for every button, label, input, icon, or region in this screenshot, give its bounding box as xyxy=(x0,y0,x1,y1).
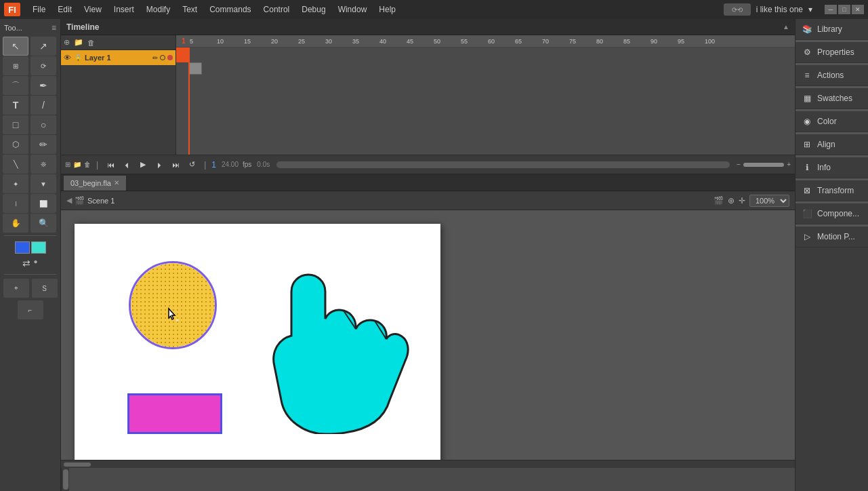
new-layer-icon[interactable]: ⊕ xyxy=(64,38,70,47)
h-scroll-thumb[interactable] xyxy=(64,463,91,467)
timeline-zoom-slider[interactable] xyxy=(743,163,784,167)
panel-components[interactable]: ⬛ Compone... xyxy=(795,203,868,224)
tool-deco[interactable]: ❊ xyxy=(30,155,56,174)
tool-rect[interactable]: □ xyxy=(3,115,28,134)
tool-select[interactable]: ↖ xyxy=(3,37,28,56)
tool-eyedropper[interactable]: ⁞ xyxy=(3,194,28,213)
tool-text[interactable]: T xyxy=(3,96,28,115)
swap-colors-icon[interactable]: ⇄ xyxy=(22,258,30,269)
menu-file[interactable]: File xyxy=(27,3,51,16)
tool-hand[interactable]: ✋ xyxy=(3,214,28,233)
default-colors-icon[interactable]: ● xyxy=(33,258,37,269)
tool-extra[interactable]: ⌐ xyxy=(18,300,43,319)
menu-commands[interactable]: Commands xyxy=(204,3,256,16)
tool-gradient-transform[interactable]: ⟳ xyxy=(30,56,56,75)
menu-text[interactable]: Text xyxy=(177,3,203,16)
tool-zoom[interactable]: 🔍 xyxy=(30,214,56,233)
tool-polygon[interactable]: ⬡ xyxy=(3,135,28,154)
properties-label: Properties xyxy=(817,47,854,57)
playhead-marker[interactable] xyxy=(176,47,188,62)
tool-pencil[interactable]: ✏ xyxy=(30,135,56,154)
go-end-button[interactable]: ⏭ xyxy=(169,159,182,171)
panel-properties[interactable]: ⚙ Properties xyxy=(795,42,868,63)
stage-tool-icon-3[interactable]: ✛ xyxy=(739,196,745,205)
v-scroll-thumb[interactable] xyxy=(63,469,68,490)
toolbar-menu-icon[interactable]: ≡ xyxy=(51,23,56,33)
menu-insert[interactable]: Insert xyxy=(108,3,140,16)
frame-1-cell[interactable] xyxy=(188,62,202,75)
frames-body[interactable] xyxy=(176,47,795,155)
tool-paint-bucket[interactable]: ▼ xyxy=(30,174,56,193)
canvas-container[interactable]: ⊕ xyxy=(61,210,795,460)
menu-modify[interactable]: Modify xyxy=(141,3,175,16)
tool-free-transform[interactable]: ⊞ xyxy=(3,56,28,75)
menu-control[interactable]: Control xyxy=(258,3,295,16)
frames-area[interactable]: 1 5 10 15 20 25 30 35 40 45 50 55 60 65 xyxy=(176,35,795,155)
workspace-arrow-icon[interactable]: ▾ xyxy=(808,5,812,14)
layer-lock-icon[interactable]: 🔒 xyxy=(74,54,82,62)
rectangle-shape[interactable] xyxy=(127,393,222,434)
layer-visibility-icon[interactable]: 👁 xyxy=(64,54,71,62)
menu-window[interactable]: Window xyxy=(333,3,373,16)
delete-layer-icon[interactable]: 🗑 xyxy=(87,39,95,47)
fill-color-swatch[interactable] xyxy=(15,241,30,254)
layer-1-row[interactable]: 👁 🔒 Layer 1 ✏ xyxy=(61,50,175,65)
play-button[interactable]: ▶ xyxy=(136,159,150,171)
tool-subselect[interactable]: ↗ xyxy=(30,37,56,56)
go-start-button[interactable]: ⏮ xyxy=(104,159,117,171)
tool-pen[interactable]: ✒ xyxy=(30,76,56,95)
tool-snap[interactable]: ⌖ xyxy=(3,279,29,298)
panel-motion-presets[interactable]: ▷ Motion P... xyxy=(795,227,868,248)
layer-controls-icon[interactable]: ⊞ xyxy=(65,161,70,168)
menu-help[interactable]: Help xyxy=(373,3,401,16)
minimize-button[interactable]: ─ xyxy=(825,5,837,14)
step-fwd-button[interactable]: ⏵ xyxy=(152,159,166,171)
tool-lasso[interactable]: ⌒ xyxy=(3,76,28,95)
tool-line[interactable]: / xyxy=(30,96,56,115)
panel-actions[interactable]: ≡ Actions xyxy=(795,65,868,86)
zoom-select[interactable]: 100% 50% 75% 150% 200% xyxy=(749,195,789,207)
loop-button[interactable]: ↺ xyxy=(185,159,199,171)
new-folder-icon[interactable]: 📁 xyxy=(74,38,83,47)
tool-smooth[interactable]: S xyxy=(32,279,58,298)
stage-tool-icon-1[interactable]: 🎬 xyxy=(714,196,724,205)
stage-tool-icon-2[interactable]: ⊕ xyxy=(728,196,735,205)
app-logo[interactable]: Fl xyxy=(4,3,20,16)
white-canvas[interactable]: ⊕ xyxy=(75,224,440,460)
hand-shape[interactable] xyxy=(271,251,413,434)
menu-view[interactable]: View xyxy=(79,3,107,16)
doc-tab-begin[interactable]: 03_begin.fla ✕ xyxy=(64,176,127,191)
timeline-collapse-icon[interactable]: ▲ xyxy=(783,23,789,31)
tool-bone[interactable]: ✦ xyxy=(3,174,28,193)
timeline-zoom-in-icon[interactable]: + xyxy=(787,161,791,168)
tab-close-icon[interactable]: ✕ xyxy=(114,179,119,186)
timeline-zoom-out-icon[interactable]: − xyxy=(737,161,741,168)
horizontal-scrollbar[interactable] xyxy=(61,460,795,468)
stroke-color-swatch[interactable] xyxy=(31,241,46,254)
panel-transform[interactable]: ⊠ Transform xyxy=(795,180,868,201)
scene-name-label[interactable]: Scene 1 xyxy=(87,197,115,205)
frame-25: 25 xyxy=(298,38,325,45)
panel-align[interactable]: ⊞ Align xyxy=(795,134,868,155)
frame-35: 35 xyxy=(352,38,379,45)
scene-nav-back-icon[interactable]: ◀ xyxy=(66,196,72,205)
close-button[interactable]: ✕ xyxy=(852,5,864,14)
restore-button[interactable]: □ xyxy=(838,5,850,14)
panel-swatches[interactable]: ▦ Swatches xyxy=(795,88,868,109)
tool-brush[interactable]: ╲ xyxy=(3,155,28,174)
panel-info[interactable]: ℹ Info xyxy=(795,157,868,178)
circle-shape[interactable]: ⊕ xyxy=(129,261,217,349)
panel-color[interactable]: ◉ Color xyxy=(795,111,868,132)
workspace-label[interactable]: i like this one xyxy=(756,5,803,14)
panel-library[interactable]: 📚 Library xyxy=(795,19,868,40)
layer-edit-icon[interactable]: ✏ xyxy=(152,54,158,62)
timeline-scroll[interactable] xyxy=(276,161,730,168)
menu-debug[interactable]: Debug xyxy=(296,3,331,16)
folder-icon[interactable]: 📁 xyxy=(73,161,81,168)
tool-eraser[interactable]: ⬜ xyxy=(30,194,56,213)
delete-icon[interactable]: 🗑 xyxy=(84,161,91,168)
vertical-scrollbar[interactable] xyxy=(61,468,69,491)
tool-oval[interactable]: ○ xyxy=(30,115,56,134)
menu-edit[interactable]: Edit xyxy=(52,3,77,16)
step-back-button[interactable]: ⏴ xyxy=(120,159,133,171)
